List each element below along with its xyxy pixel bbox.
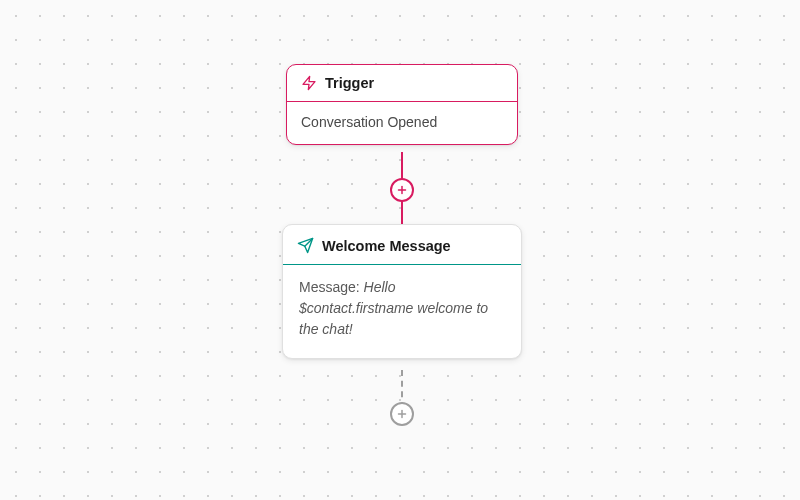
workflow-canvas[interactable]: Trigger Conversation Opened Welcome Mess… [0,0,800,500]
lightning-icon [301,75,317,91]
trigger-header: Trigger [287,65,517,102]
action-node[interactable]: Welcome Message Message: Hello $contact.… [282,224,522,359]
action-header: Welcome Message [283,225,521,265]
action-title: Welcome Message [322,238,451,254]
add-step-button-primary[interactable] [390,178,414,202]
trigger-event: Conversation Opened [287,102,517,144]
message-label: Message: [299,279,360,295]
action-body: Message: Hello $contact.firstname welcom… [283,265,521,358]
send-icon [297,237,314,254]
trigger-title: Trigger [325,75,374,91]
svg-marker-0 [303,76,315,89]
add-step-button-secondary[interactable] [390,402,414,426]
trigger-node[interactable]: Trigger Conversation Opened [286,64,518,145]
